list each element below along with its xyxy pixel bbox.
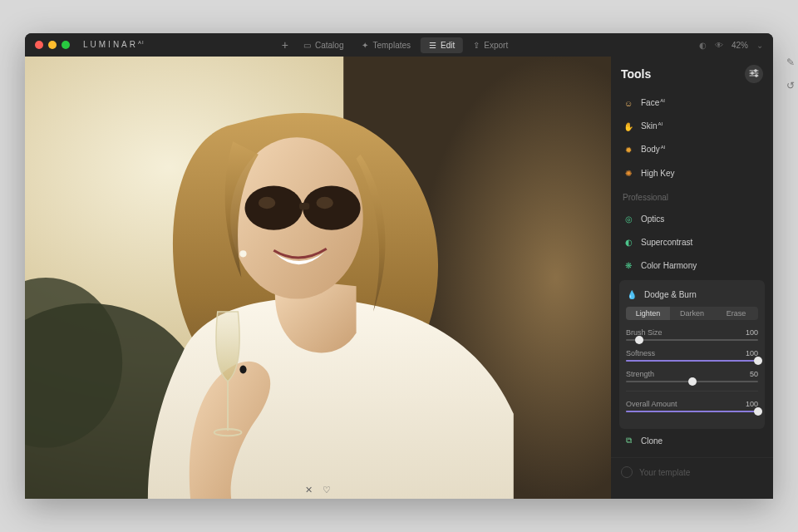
- slider-softness[interactable]: Softness 100: [626, 349, 758, 362]
- zoom-level[interactable]: 42%: [732, 41, 748, 50]
- slider-brush-size[interactable]: Brush Size 100: [626, 328, 758, 341]
- slider-label: Overall Amount: [626, 400, 677, 408]
- export-icon: ⇪: [473, 41, 480, 50]
- tab-templates[interactable]: ✦ Templates: [353, 37, 419, 53]
- mode-lighten[interactable]: Lighten: [626, 307, 670, 320]
- sliders-icon: ☰: [429, 41, 436, 50]
- tool-colorharmony[interactable]: ❋ Color Harmony: [619, 254, 765, 277]
- svg-point-18: [751, 72, 753, 74]
- svg-point-5: [245, 186, 303, 230]
- close-icon[interactable]: [35, 41, 43, 49]
- tools-list: ☺ FaceAI ✋ SkinAI ✹ BodyAI ✺ High Key Pr…: [611, 90, 773, 457]
- slider-value: 100: [746, 328, 758, 337]
- adjustments-button[interactable]: [745, 65, 763, 83]
- tool-skin[interactable]: ✋ SkinAI: [619, 115, 765, 138]
- tool-label: SkinAI: [641, 121, 663, 131]
- slider-label: Strength: [626, 370, 654, 378]
- canvas[interactable]: ✕ ♡: [25, 57, 611, 499]
- slider-label: Brush Size: [626, 328, 663, 337]
- tool-label: FaceAI: [641, 98, 665, 107]
- slider-strength[interactable]: Strength 50: [626, 370, 758, 382]
- tool-face[interactable]: ☺ FaceAI: [619, 91, 765, 115]
- titlebar: LUMINARAI + ▭ Catalog ✦ Templates ☰ Edit…: [25, 33, 773, 57]
- folder-icon: ▭: [303, 41, 311, 50]
- highkey-icon: ✺: [623, 167, 634, 179]
- tool-clone[interactable]: ⧉ Clone: [619, 429, 765, 452]
- svg-point-13: [239, 365, 246, 373]
- mode-erase[interactable]: Erase: [714, 307, 758, 320]
- tab-label: Edit: [441, 41, 455, 50]
- tool-supercontrast[interactable]: ◐ Supercontrast: [619, 230, 765, 254]
- svg-point-8: [259, 197, 275, 209]
- slider-overall-amount[interactable]: Overall Amount 100: [626, 400, 758, 412]
- footer-template[interactable]: Your template: [611, 457, 773, 486]
- section-professional: Professional: [619, 185, 765, 207]
- tool-label: Color Harmony: [641, 261, 697, 270]
- face-icon: ☺: [623, 97, 634, 109]
- titlebar-right: ◐ 👁 42% ⌄: [699, 41, 763, 50]
- main-tabs: + ▭ Catalog ✦ Templates ☰ Edit ⇪ Export: [282, 37, 516, 53]
- skin-icon: ✋: [623, 121, 634, 132]
- clone-icon: ⧉: [623, 435, 634, 446]
- brand-name: LUMINAR: [83, 41, 138, 50]
- supercontrast-icon: ◐: [623, 236, 634, 248]
- footer-template-label: Your template: [639, 468, 690, 477]
- eye-icon[interactable]: 👁: [715, 41, 723, 50]
- template-thumb-icon: [621, 466, 633, 478]
- mode-darken[interactable]: Darken: [670, 307, 714, 320]
- tools-sidebar: Tools ✎ ↺ ☺ FaceAI ✋ SkinAI: [611, 57, 773, 499]
- svg-rect-7: [299, 203, 309, 209]
- tool-optics[interactable]: ◎ Optics: [619, 207, 765, 230]
- tab-label: Templates: [372, 41, 411, 50]
- tool-label: Dodge & Burn: [644, 290, 697, 299]
- brand-suffix: AI: [138, 40, 145, 45]
- content-area: ✕ ♡ Tools ✎ ↺ ☺ FaceAI: [25, 57, 773, 499]
- slider-value: 50: [750, 370, 758, 378]
- tool-label: Clone: [641, 436, 663, 446]
- tab-catalog[interactable]: ▭ Catalog: [295, 37, 352, 53]
- tool-label: BodyAI: [641, 145, 665, 154]
- svg-point-10: [239, 250, 246, 257]
- favorite-icon[interactable]: ♡: [323, 485, 331, 495]
- tab-label: Catalog: [315, 41, 343, 50]
- add-button[interactable]: +: [282, 38, 288, 52]
- sidebar-title: Tools: [621, 67, 651, 81]
- compare-icon[interactable]: ◐: [699, 41, 707, 50]
- sidebar-header: Tools: [611, 57, 773, 90]
- sliders-icon: [749, 66, 759, 81]
- svg-point-17: [755, 70, 756, 71]
- colorharmony-icon: ❋: [623, 259, 634, 271]
- divider: [626, 391, 758, 392]
- tab-export[interactable]: ⇪ Export: [465, 37, 516, 53]
- slider-label: Softness: [626, 349, 655, 357]
- tab-edit[interactable]: ☰ Edit: [421, 37, 463, 53]
- sparkle-icon: ✦: [362, 41, 368, 50]
- tool-highkey[interactable]: ✺ High Key: [619, 161, 765, 185]
- dodgeburn-icon: 💧: [626, 288, 638, 300]
- photo-preview: [25, 57, 611, 499]
- reject-icon[interactable]: ✕: [305, 485, 313, 495]
- svg-point-6: [303, 186, 361, 230]
- svg-point-19: [756, 75, 757, 76]
- tool-dodgeburn-panel: 💧 Dodge & Burn Lighten Darken Erase Brus…: [619, 280, 765, 429]
- tool-label: Optics: [641, 214, 664, 224]
- svg-point-9: [316, 197, 332, 209]
- window-controls: [35, 41, 70, 49]
- app-window: LUMINARAI + ▭ Catalog ✦ Templates ☰ Edit…: [25, 33, 773, 499]
- tool-label: Supercontrast: [641, 238, 692, 247]
- tab-label: Export: [484, 41, 508, 50]
- dodgeburn-mode-segmented: Lighten Darken Erase: [626, 307, 758, 320]
- maximize-icon[interactable]: [62, 41, 70, 49]
- tool-label: High Key: [641, 169, 675, 178]
- chevron-down-icon[interactable]: ⌄: [756, 41, 763, 50]
- tool-dodgeburn[interactable]: 💧 Dodge & Burn: [626, 287, 758, 307]
- app-brand: LUMINARAI: [83, 40, 145, 49]
- optics-icon: ◎: [623, 213, 634, 224]
- canvas-footer: ✕ ♡: [305, 485, 331, 495]
- body-icon: ✹: [623, 144, 634, 155]
- tool-body[interactable]: ✹ BodyAI: [619, 138, 765, 161]
- minimize-icon[interactable]: [48, 41, 57, 49]
